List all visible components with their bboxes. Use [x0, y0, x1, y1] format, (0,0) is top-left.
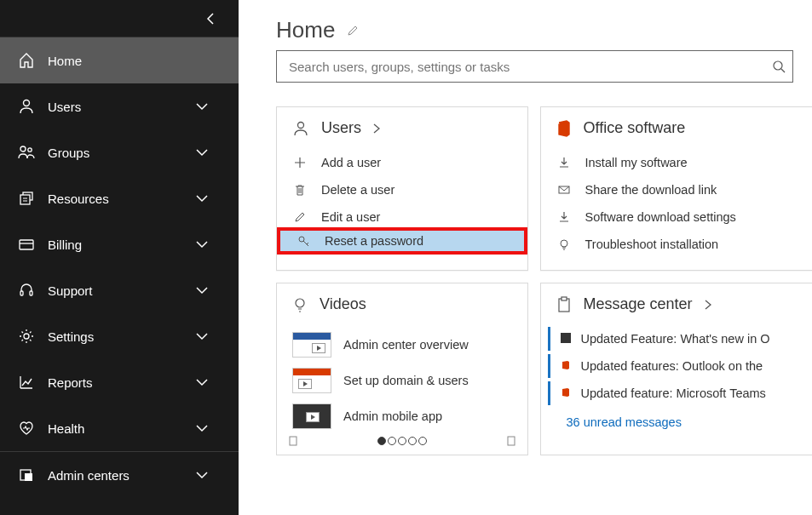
- action-label: Install my software: [585, 156, 688, 169]
- search-icon[interactable]: [772, 60, 786, 73]
- svg-rect-7: [30, 291, 32, 295]
- card-header-videos: Videos: [277, 283, 527, 320]
- search-input[interactable]: [276, 50, 793, 83]
- video-label: Set up domain & users: [343, 374, 469, 387]
- sidebar-item-label: Settings: [48, 329, 94, 344]
- chevron-down-icon: [196, 424, 208, 432]
- svg-rect-18: [508, 437, 515, 445]
- card-header-users[interactable]: Users: [277, 107, 527, 144]
- health-icon: [15, 420, 37, 437]
- sidebar-item-billing[interactable]: Billing: [0, 221, 239, 267]
- action-share-link[interactable]: Share the download link: [541, 176, 812, 203]
- sidebar-item-support[interactable]: Support: [0, 267, 239, 313]
- chevron-right-icon: [705, 300, 711, 310]
- plus-icon: [292, 157, 308, 169]
- sidebar-collapse-button[interactable]: [0, 0, 239, 37]
- sidebar-item-label: Reports: [48, 375, 93, 390]
- svg-point-15: [561, 240, 567, 247]
- sidebar-item-groups[interactable]: Groups: [0, 129, 239, 175]
- page-header: Home: [239, 0, 812, 50]
- trash-icon: [292, 184, 308, 196]
- cards-row-2: Videos Admin center overview Set up doma…: [239, 271, 812, 455]
- video-label: Admin mobile app: [343, 409, 442, 423]
- message-item[interactable]: Updated feature: Microsoft Teams: [548, 381, 812, 405]
- svg-point-1: [20, 146, 26, 152]
- card-title: Office software: [584, 119, 686, 137]
- video-item-domain[interactable]: Set up domain & users: [277, 363, 527, 398]
- pager-dot[interactable]: [398, 437, 406, 445]
- pencil-icon: [292, 211, 308, 223]
- office-icon: [556, 120, 572, 137]
- video-thumbnail: [292, 403, 331, 429]
- sidebar-item-label: Health: [48, 421, 84, 436]
- card-message-center: Message center Updated Feature: What's n…: [540, 283, 812, 455]
- pager-dot[interactable]: [377, 437, 386, 445]
- app-icon: [561, 333, 573, 345]
- key-icon: [296, 235, 311, 247]
- sidebar-item-health[interactable]: Health: [0, 405, 239, 451]
- lightbulb-icon: [556, 238, 572, 250]
- home-icon: [15, 52, 37, 69]
- card-title: Users: [321, 119, 361, 137]
- unread-messages-link[interactable]: 36 unread messages: [541, 409, 812, 429]
- chevron-down-icon: [196, 332, 208, 340]
- sidebar-item-label: Home: [48, 54, 82, 68]
- chevron-down-icon: [196, 102, 208, 111]
- billing-icon: [15, 236, 37, 253]
- action-troubleshoot[interactable]: Troubleshoot installation: [541, 231, 812, 258]
- sidebar-item-users[interactable]: Users: [0, 83, 239, 129]
- download-icon: [556, 157, 572, 169]
- card-office-software: Office software Install my software Shar…: [540, 106, 812, 271]
- svg-point-12: [298, 122, 304, 128]
- pager-dot[interactable]: [418, 437, 427, 445]
- sidebar-item-settings[interactable]: Settings: [0, 313, 239, 359]
- edit-title-button[interactable]: [347, 25, 359, 37]
- card-header-messages[interactable]: Message center: [541, 283, 812, 320]
- svg-point-2: [28, 148, 32, 152]
- video-item-mobile[interactable]: Admin mobile app: [277, 398, 527, 434]
- video-pager: [277, 434, 527, 449]
- office-icon: [561, 360, 573, 372]
- action-delete-user[interactable]: Delete a user: [277, 176, 527, 203]
- pager-dot[interactable]: [388, 437, 396, 445]
- sidebar-item-label: Users: [48, 100, 81, 114]
- pager-dots[interactable]: [377, 437, 427, 445]
- svg-point-0: [24, 100, 30, 106]
- action-add-user[interactable]: Add a user: [277, 149, 527, 176]
- action-label: Troubleshoot installation: [585, 237, 719, 251]
- action-label: Delete a user: [321, 183, 394, 197]
- card-title: Videos: [320, 295, 366, 313]
- svg-point-16: [296, 299, 304, 307]
- message-label: Updated features: Outlook on the: [581, 359, 763, 373]
- lightbulb-icon: [292, 296, 308, 313]
- message-item[interactable]: Updated Feature: What's new in O: [548, 327, 812, 351]
- sidebar-item-label: Admin centers: [48, 468, 130, 483]
- clipboard-icon: [556, 296, 572, 313]
- sidebar-item-admin-centers[interactable]: Admin centers: [0, 452, 239, 498]
- svg-point-8: [24, 334, 29, 339]
- pager-dot[interactable]: [408, 437, 417, 445]
- action-label: Edit a user: [321, 210, 380, 224]
- chevron-down-icon: [196, 378, 208, 386]
- video-item-overview[interactable]: Admin center overview: [277, 327, 527, 363]
- sidebar-item-label: Billing: [48, 237, 82, 252]
- sidebar-item-home[interactable]: Home: [0, 37, 239, 83]
- chevron-down-icon: [196, 471, 208, 479]
- card-header-office[interactable]: Office software: [541, 107, 812, 144]
- message-label: Updated feature: Microsoft Teams: [581, 386, 766, 400]
- pager-next-button[interactable]: [507, 436, 515, 446]
- sidebar-item-resources[interactable]: Resources: [0, 175, 239, 221]
- svg-rect-10: [25, 473, 32, 481]
- action-download-settings[interactable]: Software download settings: [541, 203, 812, 231]
- groups-icon: [15, 144, 37, 161]
- svg-rect-17: [290, 437, 297, 445]
- action-install-software[interactable]: Install my software: [541, 149, 812, 176]
- action-reset-password[interactable]: Reset a password: [277, 227, 527, 255]
- svg-rect-4: [20, 195, 30, 204]
- pager-prev-button[interactable]: [289, 436, 297, 446]
- svg-rect-20: [561, 297, 567, 300]
- svg-rect-6: [20, 291, 23, 295]
- chevron-down-icon: [196, 148, 208, 157]
- sidebar-item-reports[interactable]: Reports: [0, 359, 239, 405]
- message-item[interactable]: Updated features: Outlook on the: [548, 354, 812, 378]
